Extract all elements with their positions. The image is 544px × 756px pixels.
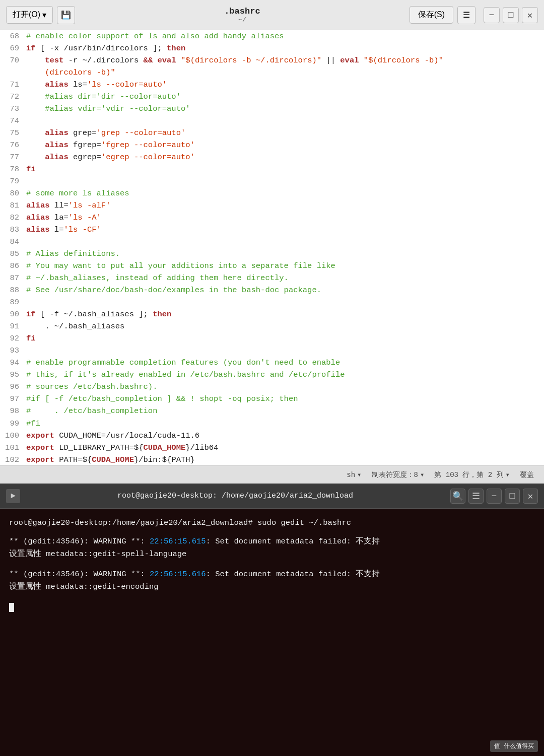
floppy-icon: 💾 bbox=[61, 10, 71, 20]
line-number: 82 bbox=[0, 212, 26, 224]
mode-item[interactable]: 覆盖 bbox=[520, 470, 534, 479]
table-row: 74 bbox=[0, 115, 544, 127]
line-number: 90 bbox=[0, 308, 26, 320]
line-number: 83 bbox=[0, 224, 26, 236]
line-number: 79 bbox=[0, 175, 26, 187]
close-button[interactable]: ✕ bbox=[522, 7, 538, 23]
table-row: 91 . ~/.bash_aliases bbox=[0, 320, 544, 332]
terminal-controls: 🔍 ☰ − □ ✕ bbox=[450, 489, 538, 504]
line-number: 92 bbox=[0, 332, 26, 345]
line-content: # ~/.bash_aliases, instead of adding the… bbox=[26, 272, 544, 284]
terminal-warning-block: ** (gedit:43546): WARNING **: 22:56:15.6… bbox=[9, 568, 535, 593]
table-row: 101export LD_LIBRARY_PATH=${CUDA_HOME}/l… bbox=[0, 442, 544, 454]
line-number: 84 bbox=[0, 236, 26, 248]
position-label: 第 103 行，第 2 列 bbox=[434, 470, 503, 479]
line-number: 81 bbox=[0, 199, 26, 212]
line-content: alias l='ls -CF' bbox=[26, 224, 544, 236]
table-row: 90if [ -f ~/.bash_aliases ]; then bbox=[0, 308, 544, 320]
line-content: alias egrep='egrep --color=auto' bbox=[26, 151, 544, 163]
line-content: # some more ls aliases bbox=[26, 187, 544, 199]
line-content: if [ -x /usr/bin/dircolors ]; then bbox=[26, 42, 544, 54]
line-content: alias fgrep='fgrep --color=auto' bbox=[26, 139, 544, 151]
line-content: # . /etc/bash_completion bbox=[26, 405, 544, 417]
table-row: 70 test -r ~/.dircolors && eval "$(dirco… bbox=[0, 54, 544, 66]
terminal-cursor-line[interactable] bbox=[9, 601, 535, 614]
terminal-minimize-button[interactable]: − bbox=[487, 489, 502, 504]
line-number: 72 bbox=[0, 91, 26, 103]
terminal-body[interactable]: root@gaojie20-desktop:/home/gaojie20/ari… bbox=[0, 509, 544, 622]
line-number: 91 bbox=[0, 320, 26, 332]
table-row: 87# ~/.bash_aliases, instead of adding t… bbox=[0, 272, 544, 284]
tab-chevron-icon: ▾ bbox=[420, 470, 424, 479]
table-row: 88# See /usr/share/doc/bash-doc/examples… bbox=[0, 284, 544, 296]
line-content: alias la='ls -A' bbox=[26, 212, 544, 224]
line-content: # See /usr/share/doc/bash-doc/examples i… bbox=[26, 284, 544, 296]
line-number: 69 bbox=[0, 42, 26, 54]
table-row: 72 #alias dir='dir --color=auto' bbox=[0, 91, 544, 103]
menu-button[interactable]: ☰ bbox=[457, 6, 475, 24]
save-icon-button[interactable]: 💾 bbox=[57, 6, 75, 24]
table-row: 89 bbox=[0, 296, 544, 308]
maximize-button[interactable]: □ bbox=[503, 7, 519, 23]
line-number: 78 bbox=[0, 163, 26, 175]
terminal-warning-text: 设置属性 metadata::gedit-encoding bbox=[9, 581, 535, 593]
terminal-warning-line: ** (gedit:43546): WARNING **: 22:56:15.6… bbox=[9, 535, 535, 548]
line-number: 97 bbox=[0, 393, 26, 405]
tab-width-label: 制表符宽度：8 bbox=[372, 470, 418, 479]
terminal-window: ► root@gaojie20-desktop: /home/gaojie20/… bbox=[0, 484, 544, 756]
tab-width-item[interactable]: 制表符宽度：8 ▾ bbox=[372, 470, 425, 479]
line-content: # sources /etc/bash.bashrc). bbox=[26, 381, 544, 393]
line-number: 98 bbox=[0, 405, 26, 417]
minimize-button[interactable]: − bbox=[484, 7, 500, 23]
line-content: alias ls='ls --color=auto' bbox=[26, 79, 544, 91]
line-content: . ~/.bash_aliases bbox=[26, 320, 544, 332]
title-center: .bashrc ~/ bbox=[79, 7, 405, 24]
line-number: 93 bbox=[0, 345, 26, 357]
save-button[interactable]: 保存(S) bbox=[410, 6, 453, 24]
terminal-warning-block: ** (gedit:43546): WARNING **: 22:56:15.6… bbox=[9, 535, 535, 561]
line-content: # enable color support of ls and also ad… bbox=[26, 30, 544, 42]
terminal-search-button[interactable]: 🔍 bbox=[450, 489, 465, 504]
line-content: fi bbox=[26, 332, 544, 345]
language-label: sh bbox=[347, 471, 355, 479]
table-row: 95# this, if it's already enabled in /et… bbox=[0, 369, 544, 381]
table-row: 73 #alias vdir='vdir --color=auto' bbox=[0, 103, 544, 115]
line-content: # You may want to put all your additions… bbox=[26, 260, 544, 272]
line-content: # Alias definitions. bbox=[26, 248, 544, 260]
line-number: 102 bbox=[0, 454, 26, 465]
hamburger-icon: ☰ bbox=[463, 10, 470, 20]
line-number: 86 bbox=[0, 260, 26, 272]
line-number: 100 bbox=[0, 430, 26, 442]
terminal-menu-button[interactable]: ☰ bbox=[468, 489, 484, 504]
table-row: 98# . /etc/bash_completion bbox=[0, 405, 544, 417]
table-row: 96# sources /etc/bash.bashrc). bbox=[0, 381, 544, 393]
line-number: 75 bbox=[0, 127, 26, 139]
file-title: .bashrc bbox=[79, 7, 405, 16]
table-row: 97#if [ -f /etc/bash_completion ] && ! s… bbox=[0, 393, 544, 405]
terminal-warning-line: ** (gedit:43546): WARNING **: 22:56:15.6… bbox=[9, 568, 535, 581]
term-timestamp: 22:56:15.615 bbox=[150, 537, 206, 546]
table-row: 71 alias ls='ls --color=auto' bbox=[0, 79, 544, 91]
line-number: 101 bbox=[0, 442, 26, 454]
terminal-warning-text: 设置属性 metadata::gedit-spell-language bbox=[9, 548, 535, 561]
open-chevron-icon: ▾ bbox=[42, 10, 46, 20]
terminal-prompt: root@gaojie20-desktop:/home/gaojie20/ari… bbox=[9, 518, 351, 527]
line-number bbox=[0, 66, 26, 79]
line-content: test -r ~/.dircolors && eval "$(dircolor… bbox=[26, 54, 544, 66]
code-area: 68# enable color support of ls and also … bbox=[0, 30, 544, 465]
line-number: 89 bbox=[0, 296, 26, 308]
open-button[interactable]: 打开(O) ▾ bbox=[6, 6, 53, 24]
line-number: 80 bbox=[0, 187, 26, 199]
terminal-command-line: root@gaojie20-desktop:/home/gaojie20/ari… bbox=[9, 517, 535, 529]
editor-window: 打开(O) ▾ 💾 .bashrc ~/ 保存(S) ☰ − □ ✕ 68# e… bbox=[0, 0, 544, 484]
line-content: # enable programmable completion feature… bbox=[26, 357, 544, 369]
line-number: 70 bbox=[0, 54, 26, 66]
line-content: #alias dir='dir --color=auto' bbox=[26, 91, 544, 103]
terminal-maximize-button[interactable]: □ bbox=[505, 489, 520, 504]
file-path: ~/ bbox=[79, 16, 405, 24]
language-item[interactable]: sh ▾ bbox=[347, 470, 361, 479]
position-item[interactable]: 第 103 行，第 2 列 ▾ bbox=[434, 470, 510, 479]
table-row: 94# enable programmable completion featu… bbox=[0, 357, 544, 369]
table-row: 92fi bbox=[0, 332, 544, 345]
terminal-close-button[interactable]: ✕ bbox=[523, 489, 538, 504]
